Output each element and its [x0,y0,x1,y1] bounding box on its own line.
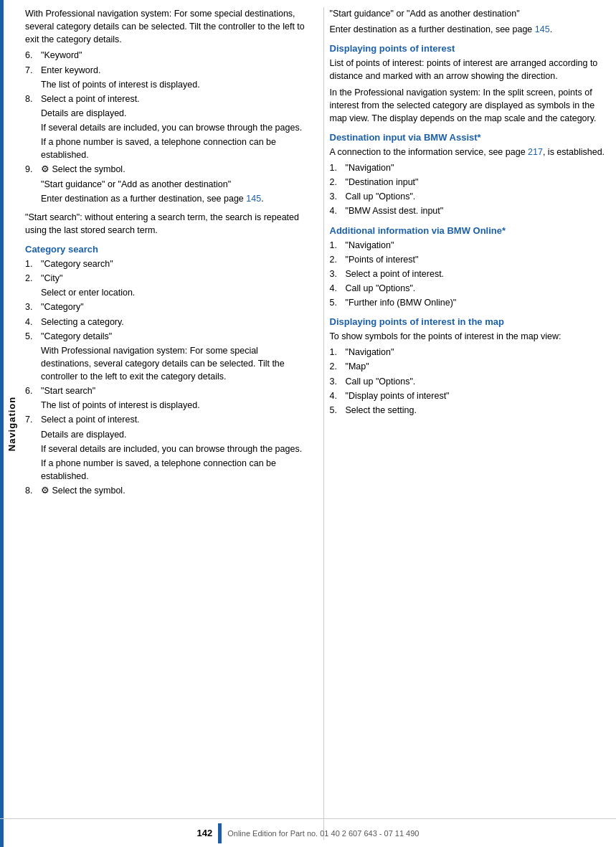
list-content: "Keyword" [41,49,306,62]
list-num: 6. [25,384,37,397]
page-link-145-right[interactable]: 145 [535,24,550,34]
list-item: 2. "City" [25,272,306,285]
list-num: 5. [330,404,341,417]
list-item: 3. "Category" [25,301,306,313]
list-content: "Category search" [41,257,306,270]
dest-bmw-assist-para: A connection to the information service,… [330,146,611,158]
content-area: With Professional navigation system: For… [19,0,616,847]
list-item: 1. "Navigation" [330,161,611,174]
list-num: 7. [25,413,37,426]
list-num: 3. [330,268,341,280]
after-7b-3: If a phone number is saved, a telephone … [41,457,306,483]
list-item: 9. ⚙ Select the symbol. [25,163,306,176]
right-enter-dest: Enter destination as a further destinati… [330,23,611,36]
list-item: 1. "Category search" [25,257,306,270]
list-num: 2. [330,176,341,189]
list-num: 6. [25,49,37,62]
list-num: 4. [330,282,341,295]
cat-items-3-5-list: 3. "Category" 4. Selecting a category. 5… [25,301,306,342]
page-link-217[interactable]: 217 [528,147,543,157]
list-item: 4. "BMW Assist dest. input" [330,204,611,217]
list-content: "Further info (BMW Online)" [346,296,611,309]
list-item: 3. Select a point of interest. [330,268,611,280]
list-item: 6. "Keyword" [25,49,306,62]
sidebar-tab: Navigation [4,0,19,847]
displaying-map-para: To show symbols for the points of intere… [330,330,611,343]
list-item: 3. Call up "Options". [330,375,611,388]
after-5-cat: With Professional navigation system: For… [41,344,306,383]
list-num: 5. [330,296,341,309]
after-7: The list of points of interest is displa… [41,78,306,91]
displaying-poi-heading: Displaying points of interest [330,43,611,54]
list-item: 4. "Display points of interest" [330,389,611,402]
list-content: Call up "Options". [346,282,611,295]
list-content: "BMW Assist dest. input" [346,204,611,217]
right-column: "Start guidance" or "Add as another dest… [323,7,611,840]
icon-symbol: ⚙ [41,164,49,174]
dest-bmw-assist-heading: Destination input via BMW Assist* [330,132,611,143]
list-item: 5. "Category details" [25,330,306,343]
list-num: 1. [330,346,341,359]
right-start-guidance: "Start guidance" or "Add as another dest… [330,7,611,20]
list-item: 5. Select the setting. [330,404,611,417]
item-8-list: 8. Select a point of interest. [25,93,306,105]
after-9-2: Enter destination as a further destinati… [41,192,306,205]
cat-item-7-list: 7. Select a point of interest. [25,413,306,426]
left-column: With Professional navigation system: For… [25,7,312,840]
footer-bar [218,823,222,843]
list-num: 1. [25,257,37,270]
list-content: Select a point of interest. [41,413,306,426]
list-content: Select a point of interest. [346,268,611,280]
list-num: 8. [25,484,37,497]
list-num: 4. [330,204,341,217]
list-num: 3. [25,301,37,313]
list-num: 1. [330,239,341,252]
list-num: 8. [25,93,37,105]
footer-text: Online Edition for Part no. 01 40 2 607 … [227,829,419,838]
displaying-map-items-list: 1. "Navigation" 2. "Map" 3. Call up "Opt… [330,346,611,417]
cat-items-list: 1. "Category search" 2. "City" [25,257,306,285]
list-item: 5. "Further info (BMW Online)" [330,296,611,309]
displaying-poi-para1: List of points of interest: points of in… [330,57,611,82]
left-intro-para: With Professional navigation system: For… [25,7,306,46]
list-num: 3. [330,190,341,203]
list-num: 2. [330,253,341,266]
after-2-cat: Select or enter location. [41,286,306,299]
dest-bmw-items-list: 1. "Navigation" 2. "Destination input" 3… [330,161,611,218]
list-content: Enter keyword. [41,64,306,77]
after-7b-2: If several details are included, you can… [41,443,306,455]
list-content: Call up "Options". [346,190,611,203]
list-content: Select a point of interest. [41,93,306,105]
after-6b: The list of points of interest is displa… [41,399,306,412]
after-8-1: Details are displayed. [41,107,306,120]
page-number: 142 [197,828,213,838]
list-content: "Navigation" [346,346,611,359]
list-content: Call up "Options". [346,375,611,388]
list-content: ⚙ Select the symbol. [41,163,306,176]
list-num: 1. [330,161,341,174]
list-item: 7. Enter keyword. [25,64,306,77]
list-item: 8. ⚙ Select the symbol. [25,484,306,497]
additional-heading: Additional information via BMW Online* [330,225,611,236]
sidebar-label: Navigation [6,396,17,450]
after-8-3: If a phone number is saved, a telephone … [41,136,306,161]
footer: 142 Online Edition for Part no. 01 40 2 … [0,818,616,847]
list-item: 6. "Start search" [25,384,306,397]
list-num: 2. [25,272,37,285]
list-item: 2. "Points of interest" [330,253,611,266]
icon-symbol: ⚙ [41,486,49,496]
list-num: 5. [25,330,37,343]
displaying-poi-para2: In the Professional navigation system: I… [330,86,611,125]
page-container: Navigation With Professional navigation … [0,0,616,847]
list-item: 1. "Navigation" [330,239,611,252]
list-content: "Start search" [41,384,306,397]
list-content: "Points of interest" [346,253,611,266]
list-content: Selecting a category. [41,316,306,328]
page-link-145[interactable]: 145 [246,194,261,204]
list-item: 7. Select a point of interest. [25,413,306,426]
list-content: "Navigation" [346,161,611,174]
after-7b-1: Details are displayed. [41,428,306,441]
cat-item-8-list: 8. ⚙ Select the symbol. [25,484,306,497]
cat-items-6-8-list: 6. "Start search" [25,384,306,397]
list-item: 8. Select a point of interest. [25,93,306,105]
